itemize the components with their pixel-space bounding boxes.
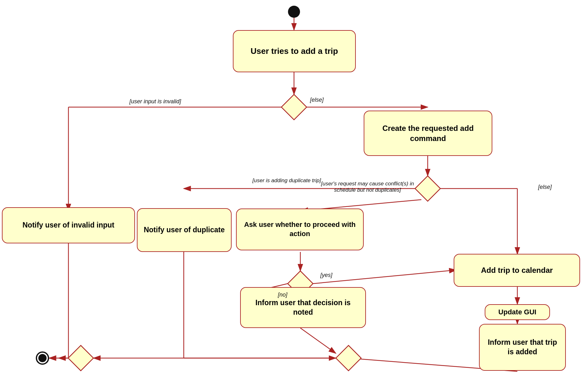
label-yes: [yes]: [317, 272, 336, 279]
label-invalid: [user input is invalid]: [114, 98, 196, 105]
inform-added-node: Inform user that trip is added: [479, 324, 566, 371]
user-tries-node: User tries to add a trip: [233, 30, 356, 72]
diagram-container: User tries to add a trip Create the requ…: [0, 0, 588, 379]
notify-duplicate-node: Notify user of duplicate: [137, 208, 232, 252]
ask-user-node: Ask user whether to proceed with action: [236, 209, 364, 250]
diamond4: [336, 345, 361, 371]
start-node: [288, 6, 300, 18]
label-no: [no]: [273, 292, 292, 298]
label-conflict: [user's request may cause conflict(s) in…: [317, 181, 418, 193]
diamond1: [281, 94, 307, 120]
end-node: [36, 351, 49, 365]
update-gui-node: Update GUI: [485, 304, 550, 320]
create-command-node: Create the requested add command: [364, 111, 492, 156]
label-duplicate: [user is adding duplicate trip]: [250, 177, 323, 184]
label-else1: [else]: [304, 97, 329, 103]
inform-decision-node: Inform user that decision is noted: [240, 287, 366, 328]
end-inner: [38, 354, 47, 362]
diamond2: [415, 176, 440, 201]
notify-invalid-node: Notify user of invalid input: [2, 207, 135, 243]
label-else2: [else]: [532, 184, 558, 190]
add-trip-node: Add trip to calendar: [454, 254, 580, 287]
end-diamond: [68, 345, 93, 371]
svg-line-18: [300, 328, 336, 353]
